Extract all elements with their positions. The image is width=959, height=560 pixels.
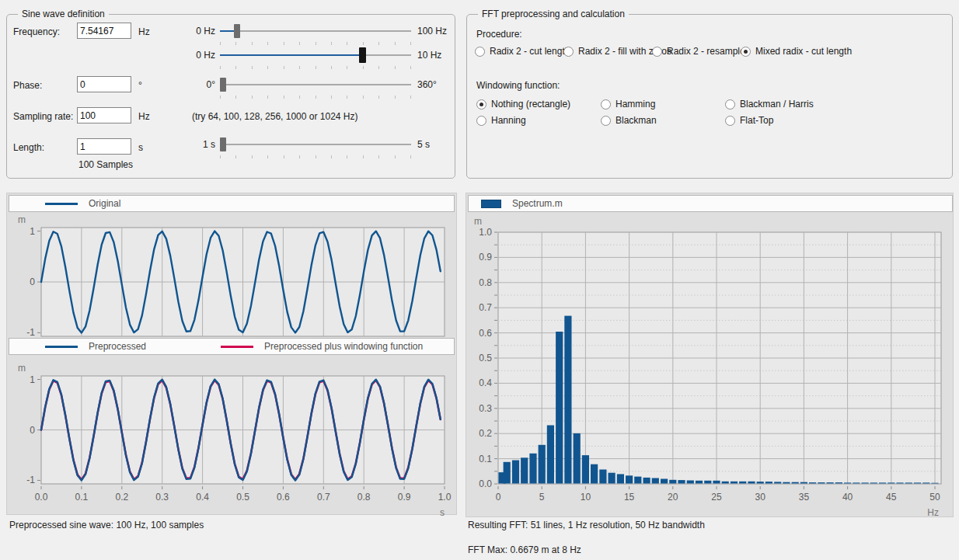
slider-max-label: 360° xyxy=(417,79,437,90)
fft-group-title: FFT preprocessing and calculation xyxy=(478,9,629,19)
svg-text:25: 25 xyxy=(711,492,722,503)
frequency-label: Frequency: xyxy=(13,26,60,37)
svg-text:0.6: 0.6 xyxy=(479,328,492,339)
slider-line xyxy=(220,30,411,32)
length-label: Length: xyxy=(13,142,44,153)
spectrum-legend-rect-swatch xyxy=(481,200,501,208)
slider-ticks xyxy=(220,155,411,159)
procedure-radio-radix2-resample[interactable]: Radix 2 - resample xyxy=(652,46,745,57)
slider-ticks xyxy=(220,96,411,99)
phase-slider: 0° 360° xyxy=(180,76,452,99)
spectrum-legend-label: Spectrum.m xyxy=(512,198,563,209)
slider-max-label: 100 Hz xyxy=(417,26,447,37)
svg-text:1: 1 xyxy=(30,226,35,237)
windowing-radio-blackman[interactable]: Blackman xyxy=(601,115,657,127)
sine-group-title: Sine wave definition xyxy=(18,9,109,19)
radio-icon xyxy=(741,47,751,57)
preprocessed-chart: 10-1m0.00.10.20.30.40.50.60.70.80.91.0s xyxy=(7,357,458,516)
svg-text:45: 45 xyxy=(886,492,897,503)
windowed-legend-line-swatch xyxy=(221,346,253,348)
length-unit: s xyxy=(138,142,143,153)
radio-icon xyxy=(476,99,486,110)
sine-wave-definition-group: Sine wave definition Frequency: Hz 0 Hz … xyxy=(6,14,455,179)
time-domain-chart-panel: Original 10-1m Preprocessed Preprocessed… xyxy=(6,193,457,515)
slider-max-label: 5 s xyxy=(417,139,430,150)
procedure-label: Procedure: xyxy=(476,29,522,40)
frequency-coarse-slider: 0 Hz 100 Hz xyxy=(180,23,452,46)
svg-text:35: 35 xyxy=(799,492,810,503)
sampling-rate-label: Sampling rate: xyxy=(13,111,73,122)
slider-track[interactable] xyxy=(220,76,411,95)
svg-text:0.2: 0.2 xyxy=(479,428,492,439)
slider-track[interactable] xyxy=(220,136,411,155)
original-legend: Original xyxy=(9,195,455,212)
windowing-radio-flat-top[interactable]: Flat-Top xyxy=(725,115,773,127)
phase-unit: ° xyxy=(138,80,142,91)
slider-thumb[interactable] xyxy=(234,24,240,38)
svg-text:0.0: 0.0 xyxy=(35,492,48,503)
original-legend-label: Original xyxy=(89,198,120,209)
windowing-radio-nothing-rectangle[interactable]: Nothing (rectangle) xyxy=(476,99,570,110)
svg-text:0.7: 0.7 xyxy=(317,492,330,503)
slider-ticks xyxy=(220,66,411,70)
frequency-input[interactable] xyxy=(77,23,131,39)
svg-text:0.3: 0.3 xyxy=(155,492,169,503)
svg-text:0.1: 0.1 xyxy=(479,454,492,464)
radio-icon xyxy=(725,99,735,110)
windowing-radio-blackman-harris[interactable]: Blackman / Harris xyxy=(725,99,814,110)
svg-text:-1: -1 xyxy=(26,327,35,338)
svg-text:-1: -1 xyxy=(26,475,35,485)
procedure-radio-mixed-radix-cut-length[interactable]: Mixed radix - cut length xyxy=(741,46,852,57)
slider-track[interactable] xyxy=(220,23,411,41)
procedure-radio-radix2-cut-length[interactable]: Radix 2 - cut length xyxy=(475,46,570,57)
svg-text:0.7: 0.7 xyxy=(479,302,492,313)
length-input[interactable] xyxy=(77,138,131,155)
slider-track[interactable] xyxy=(220,47,411,65)
windowing-radio-hanning[interactable]: Hanning xyxy=(476,115,526,127)
windowing-radio-hamming[interactable]: Hamming xyxy=(601,99,655,110)
slider-thumb[interactable] xyxy=(359,47,366,63)
frequency-unit: Hz xyxy=(138,26,150,37)
app-window: { "colors": { "window_bg": "#f0f0f0", "p… xyxy=(0,0,959,560)
status-fft-result: Resulting FFT: 51 lines, 1 Hz resolution… xyxy=(468,520,705,530)
slider-thumb[interactable] xyxy=(220,137,226,151)
svg-text:m: m xyxy=(474,216,482,227)
slider-thumb[interactable] xyxy=(220,78,226,92)
svg-text:40: 40 xyxy=(842,492,853,503)
svg-text:m: m xyxy=(18,363,26,374)
radio-icon xyxy=(476,116,486,126)
preprocessed-legend-label: Preprocessed xyxy=(89,341,146,352)
svg-text:0.5: 0.5 xyxy=(236,492,249,503)
svg-text:1.0: 1.0 xyxy=(479,227,492,238)
status-fft-max: FFT Max: 0.6679 m at 8 Hz xyxy=(468,544,581,555)
sampling-rate-input[interactable] xyxy=(77,107,131,123)
svg-text:0.5: 0.5 xyxy=(479,353,492,363)
spectrum-chart-panel: Spectrum.m 0.00.10.20.30.40.50.60.70.80.… xyxy=(466,193,954,517)
svg-text:0.8: 0.8 xyxy=(479,277,492,288)
svg-text:0.6: 0.6 xyxy=(277,492,290,503)
preprocessed-legend: Preprocessed Preprocessed plus windowing… xyxy=(9,338,455,355)
samples-note: 100 Samples xyxy=(78,159,133,170)
svg-text:0.2: 0.2 xyxy=(115,492,128,503)
svg-text:1: 1 xyxy=(30,374,35,385)
svg-text:0.9: 0.9 xyxy=(398,492,411,503)
preprocessed-legend-line-swatch xyxy=(45,346,78,348)
sampling-rate-unit: Hz xyxy=(138,111,150,122)
slider-line xyxy=(220,144,411,145)
svg-text:0: 0 xyxy=(30,425,35,436)
svg-text:50: 50 xyxy=(929,492,940,503)
slider-min-label: 0° xyxy=(180,79,215,90)
length-slider: 1 s 5 s xyxy=(180,136,452,159)
slider-max-label: 10 Hz xyxy=(417,50,441,61)
radio-icon xyxy=(475,47,485,57)
radio-icon xyxy=(563,47,574,57)
svg-text:0.8: 0.8 xyxy=(357,492,371,503)
svg-text:m: m xyxy=(18,214,26,225)
slider-fill xyxy=(220,54,362,56)
svg-text:1.0: 1.0 xyxy=(438,492,452,503)
svg-text:0.0: 0.0 xyxy=(479,478,492,489)
slider-min-label: 0 Hz xyxy=(180,50,215,61)
phase-input[interactable] xyxy=(77,76,131,92)
svg-text:0.4: 0.4 xyxy=(479,377,492,388)
svg-text:20: 20 xyxy=(668,492,678,503)
